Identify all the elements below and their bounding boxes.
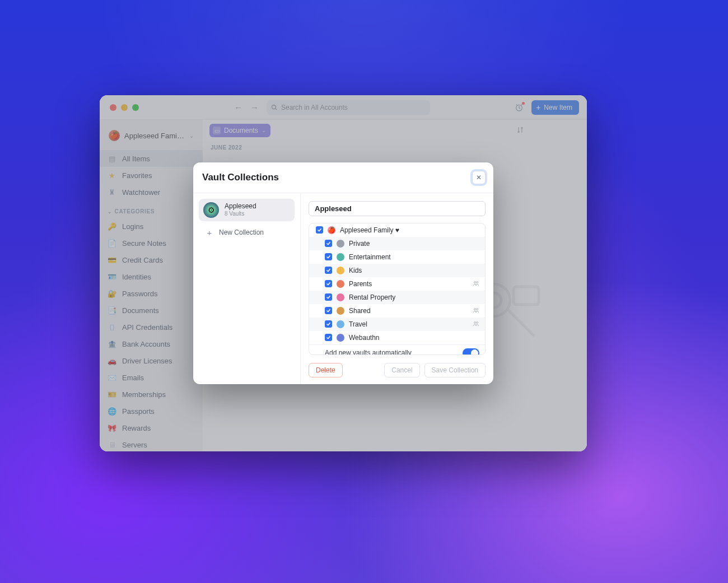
vault-name: Shared xyxy=(349,307,468,315)
new-collection-label: New Collection xyxy=(219,228,264,236)
vault-row[interactable]: Shared xyxy=(309,304,485,318)
vault-row[interactable]: Webauthn xyxy=(309,331,485,344)
checkbox-checked-icon[interactable] xyxy=(325,334,332,341)
new-collection-button[interactable]: + New Collection xyxy=(199,223,295,241)
vault-name: Kids xyxy=(349,267,479,274)
vault-row[interactable]: Private xyxy=(309,237,485,250)
vault-row[interactable]: Rental Property xyxy=(309,291,485,304)
vault-name: Rental Property xyxy=(349,293,479,301)
vault-name: Private xyxy=(349,240,479,248)
collection-subtitle: 8 Vaults xyxy=(225,211,256,217)
vault-icon xyxy=(337,293,344,301)
collection-name-input[interactable] xyxy=(309,201,486,216)
collection-name: Appleseed xyxy=(225,203,256,211)
vault-icon xyxy=(337,267,344,274)
auto-add-toggle-row: Add new vaults automatically xyxy=(309,344,485,355)
vault-name: Entertainment xyxy=(349,253,479,261)
shared-icon xyxy=(473,280,479,288)
vault-name: Appleseed Family ♥ xyxy=(340,226,479,234)
modal-header: Vault Collections ✕ xyxy=(193,162,493,193)
shared-icon xyxy=(473,307,479,315)
vault-row[interactable]: Entertainment xyxy=(309,250,485,264)
vault-name: Webauthn xyxy=(349,334,479,342)
vault-collections-modal: Vault Collections ✕ ⚙︎ Appleseed 8 Vault… xyxy=(193,162,493,384)
shared-icon xyxy=(473,320,479,328)
vault-list: 🍎 Appleseed Family ♥ PrivateEntertainmen… xyxy=(309,223,486,355)
checkbox-checked-icon[interactable] xyxy=(325,253,332,260)
vault-icon xyxy=(337,253,344,261)
modal-close-button[interactable]: ✕ xyxy=(472,171,486,184)
family-icon: 🍎 xyxy=(328,226,335,234)
checkbox-checked-icon[interactable] xyxy=(325,280,332,287)
vault-name: Travel xyxy=(349,320,468,328)
svg-point-7 xyxy=(477,281,478,283)
collection-avatar-icon: ⚙︎ xyxy=(203,202,219,218)
vault-icon xyxy=(337,334,344,342)
collections-sidebar: ⚙︎ Appleseed 8 Vaults + New Collection xyxy=(193,193,301,384)
vault-name: Parents xyxy=(349,280,468,288)
checkbox-checked-icon[interactable] xyxy=(325,293,332,301)
auto-add-label: Add new vaults automatically xyxy=(325,349,458,355)
checkbox-checked-icon[interactable] xyxy=(325,320,332,328)
delete-button[interactable]: Delete xyxy=(309,363,343,377)
vault-family-row[interactable]: 🍎 Appleseed Family ♥ xyxy=(309,223,485,237)
checkbox-checked-icon[interactable] xyxy=(325,267,332,274)
auto-add-toggle[interactable] xyxy=(463,348,479,355)
checkbox-checked-icon[interactable] xyxy=(325,240,332,247)
vault-row[interactable]: Travel xyxy=(309,318,485,331)
checkbox-checked-icon[interactable] xyxy=(325,307,332,314)
svg-point-10 xyxy=(474,321,476,323)
svg-point-11 xyxy=(477,321,478,323)
vault-icon xyxy=(337,280,344,288)
svg-point-9 xyxy=(477,308,478,310)
modal-footer: Delete Cancel Save Collection xyxy=(309,355,486,377)
svg-point-6 xyxy=(474,281,476,283)
vault-row[interactable]: Parents xyxy=(309,277,485,291)
vault-icon xyxy=(337,307,344,315)
close-icon: ✕ xyxy=(476,174,482,181)
modal-title: Vault Collections xyxy=(202,172,279,183)
collection-editor: 🍎 Appleseed Family ♥ PrivateEntertainmen… xyxy=(301,193,493,384)
cancel-button[interactable]: Cancel xyxy=(384,363,419,377)
vault-icon xyxy=(337,320,344,328)
plus-icon: + xyxy=(206,228,213,237)
svg-point-8 xyxy=(474,308,476,310)
collection-row[interactable]: ⚙︎ Appleseed 8 Vaults xyxy=(199,199,295,221)
vault-icon xyxy=(337,240,344,248)
save-collection-button[interactable]: Save Collection xyxy=(424,363,486,377)
vault-row[interactable]: Kids xyxy=(309,264,485,277)
checkbox-checked-icon[interactable] xyxy=(316,226,323,234)
